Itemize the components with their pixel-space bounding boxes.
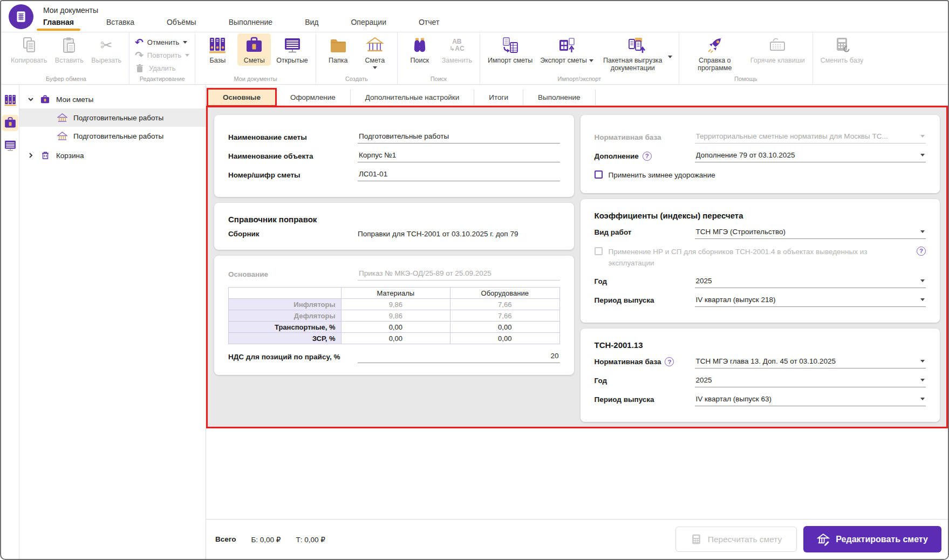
year-select[interactable]: 2025 [695,275,926,288]
nr-sp-checkbox [595,247,603,255]
edit-estimate-icon [817,533,830,546]
total-label: Всего [215,535,236,543]
tsn13-base-help-icon[interactable]: ? [665,357,674,366]
copy-button[interactable]: Копировать [9,33,49,66]
supplement-label: Дополнение ? [595,152,695,161]
strip-bases-button[interactable] [2,92,18,108]
cut-icon: ✂ [97,36,115,54]
export-estimate-button[interactable]: Экспорт сметы [538,33,596,66]
tab-osnovnye[interactable]: Основные [208,90,276,105]
tsn13-base-select[interactable]: ТСН МГЭ глава 13. Доп. 45 от 03.10.2025 [695,356,926,368]
content-empty-space [206,428,948,519]
tree-item-estimate-1[interactable]: Подготовительные работы [19,108,206,127]
dropdown-icon [920,135,925,138]
hotkeys-button[interactable]: Горячие клавиши [748,33,807,66]
export-dropdown-icon[interactable] [589,59,593,62]
change-base-button[interactable]: Сменить базу [818,33,866,66]
strip-estimates-button[interactable] [2,115,18,131]
basis-label: Основание [228,270,358,278]
estimate-number-label: Номер/шифр сметы [228,171,358,179]
paste-button[interactable]: Вставить [52,33,86,66]
estimate-house-icon [57,131,67,141]
replace-button[interactable]: AB↳AC Заменить [440,33,474,66]
indices-table: Материалы Оборудование Инфляторы 9,86 7,… [228,287,560,344]
supplement-help-icon[interactable]: ? [643,152,652,161]
tree-item-my-estimates[interactable]: Мои сметы [19,90,206,108]
edit-estimate-button[interactable]: Редактировать смету [803,526,941,552]
ribbon-tab-otchet[interactable]: Отчет [415,16,442,31]
ribbon-tab-operacii[interactable]: Операции [347,16,390,31]
estimate-house-icon [57,113,67,123]
opened-button[interactable]: Открытые [274,33,310,66]
create-folder-button[interactable]: Папка [322,33,355,66]
tree-item-trash[interactable]: Корзина [19,146,206,165]
tsn13-year-select[interactable]: 2025 [695,374,926,387]
briefcase-icon [245,36,263,54]
export-icon [558,36,576,54]
col-equipment: Оборудование [450,288,559,299]
object-name-input[interactable]: Корпус №1 [358,149,560,162]
batch-export-dropdown-icon[interactable] [668,56,672,58]
opened-docs-icon [283,36,302,54]
nr-sp-help-icon[interactable]: ? [917,247,926,256]
ribbon-tab-obyomy[interactable]: Объёмы [163,16,200,31]
tree-item-estimate-2[interactable]: Подготовительные работы [19,127,206,145]
app-logo-icon [9,4,33,29]
import-icon [501,36,520,54]
ribbon: Копировать Вставить ✂ Вырезать Буфер обм… [1,32,948,85]
dropdown-icon [920,398,925,400]
cut-button[interactable]: ✂ Вырезать [89,33,124,66]
strip-opened-button[interactable] [2,138,18,154]
opened-docs-icon [4,139,17,152]
batch-export-icon [627,36,645,54]
dropdown-icon [920,154,925,156]
window-title: Мои документы [40,1,468,16]
redo-icon: ↷ [135,50,144,60]
import-estimate-button[interactable]: Импорт сметы [486,33,535,66]
undo-dropdown-icon[interactable] [183,41,187,44]
ribbon-tab-vid[interactable]: Вид [302,16,322,31]
estimate-name-input[interactable]: Подготовительные работы [358,131,560,144]
base-total-value: Б: 0,00 ₽ [251,535,281,544]
undo-button[interactable]: ↶ Отменить [135,37,189,48]
tab-oformlenie[interactable]: Оформление [276,90,351,105]
group-help: Справка о программе Горячие клавиши Помо… [679,32,813,84]
work-type-select[interactable]: ТСН МГЭ (Строительство) [695,226,926,239]
col-materials: Материалы [341,288,450,299]
tab-itogi[interactable]: Итоги [474,90,523,105]
period-select[interactable]: IV квартал (выпуск 218) [695,294,926,307]
recalculate-button[interactable]: Пересчитать смету [675,527,797,552]
dropdown-icon [920,360,925,363]
chevron-right-icon [28,152,34,159]
batch-export-button[interactable]: Пакетная выгрузка документации [599,33,673,73]
delete-button[interactable]: Удалить [135,63,189,74]
tsn13-period-select[interactable]: IV квартал (выпуск 63) [695,393,926,406]
search-button[interactable]: Поиск [403,33,436,66]
estimate-number-input[interactable]: ЛС01-01 [358,168,560,181]
normative-base-card: Нормативная база Территориальные сметные… [581,115,940,193]
vat-label: НДС для позиций по прайсу, % [228,353,358,361]
supplement-select[interactable]: Дополнение 79 от 03.10.2025 [695,149,926,162]
dropdown-icon [920,230,925,233]
group-label-change-base [818,81,866,84]
content-pane: Основные Оформление Дополнительные настр… [206,85,948,559]
about-button[interactable]: Справка о программе [685,33,745,73]
ribbon-tab-bar: Главная Вставка Объёмы Выполнение Вид Оп… [40,16,468,31]
corrections-title: Справочник поправок [228,215,560,224]
vat-input[interactable]: 20 [358,350,560,363]
dropdown-icon [920,279,925,282]
ribbon-tab-glavnaya[interactable]: Главная [40,16,77,31]
tab-dop-nastroyki[interactable]: Дополнительные настройки [351,90,475,105]
bases-button[interactable]: Базы [201,33,234,66]
create-estimate-button[interactable]: Смета [358,33,392,71]
redo-button[interactable]: ↷ Повторить [135,50,189,61]
ribbon-tab-vstavka[interactable]: Вставка [103,16,138,31]
ribbon-tab-vypolnenie[interactable]: Выполнение [226,16,276,31]
winter-surcharge-checkbox[interactable] [595,170,603,179]
table-row: Инфляторы 9,86 7,66 [229,299,560,310]
redo-dropdown-icon[interactable] [185,54,189,57]
estimates-button[interactable]: Сметы [237,33,271,66]
create-estimate-dropdown-icon[interactable] [373,66,377,69]
tab-vypolnenie[interactable]: Выполнение [523,90,596,105]
tsn13-year-label: Год [595,377,695,385]
